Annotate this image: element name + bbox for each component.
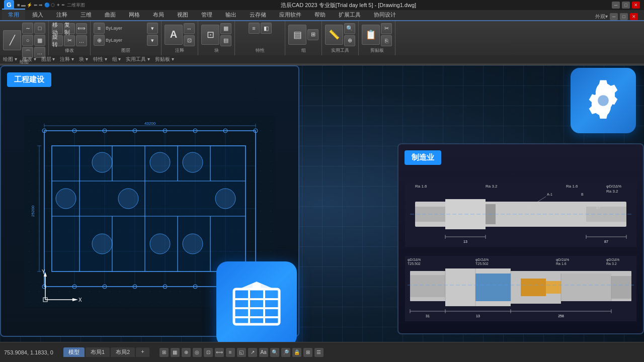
layout2-tab[interactable]: 布局2 — [111, 347, 135, 357]
block-def[interactable]: ▤ — [220, 35, 231, 46]
minimize-button[interactable]: ─ — [612, 2, 620, 9]
modify-group-label: 修改 — [65, 47, 74, 54]
tab-mesh[interactable]: 网格 — [123, 9, 146, 20]
tab-surface[interactable]: 曲面 — [99, 9, 122, 20]
prop-panel[interactable]: ≡ — [249, 23, 260, 34]
more-modify[interactable]: … — [76, 35, 87, 46]
props-icon[interactable]: ⊞ — [303, 348, 312, 357]
lock-icon[interactable]: 🔒 — [292, 348, 301, 357]
panel-close-button[interactable]: ✕ — [630, 13, 638, 20]
tab-output[interactable]: 输出 — [219, 9, 243, 20]
cut-tool[interactable]: ✂ — [381, 23, 392, 34]
tab-insert[interactable]: 插入 — [26, 9, 49, 20]
tab-manage[interactable]: 管理 — [195, 9, 218, 20]
otrack-icon[interactable]: ⟺ — [215, 348, 224, 357]
move-tool[interactable]: 移动 — [52, 23, 63, 34]
rotate-tool[interactable]: 旋转 — [52, 35, 63, 46]
rb-draw[interactable]: 绘图 — [3, 56, 17, 63]
panel-max-button[interactable]: □ — [620, 13, 628, 20]
engineering-badge: 工程建设 — [7, 72, 51, 87]
svg-text:Ra 3.2: Ra 3.2 — [606, 189, 618, 194]
layer-dropdown[interactable]: ▾ — [147, 23, 158, 34]
svg-text:B: B — [581, 193, 584, 196]
rb-layer[interactable]: 图层 — [41, 56, 55, 63]
rb-props[interactable]: 特性 — [93, 56, 107, 63]
window-title: 浩辰CAD 2023 专业版[Trial day left 5] - [Draw… — [281, 2, 416, 9]
circle-tool[interactable]: ○ — [22, 35, 33, 46]
ws-icon[interactable]: 🔍 — [270, 348, 279, 357]
panel-min-button[interactable]: ─ — [610, 13, 618, 20]
zoom-tool[interactable]: 🔍 — [344, 23, 355, 34]
add-layout-tab[interactable]: + — [136, 347, 149, 357]
sel-icon[interactable]: ↗ — [248, 348, 257, 357]
dim-more[interactable]: ⊡ — [184, 35, 195, 46]
rb-clip[interactable]: 剪贴板 — [155, 56, 174, 63]
polyline-tool[interactable]: ∼ — [22, 23, 33, 34]
ribbon-group-annotate: A ↔ ⊡ 注释 — [162, 21, 198, 55]
tab-view[interactable]: 视图 — [171, 9, 194, 20]
qr-code[interactable]: ▦ — [220, 23, 231, 34]
svg-point-45 — [118, 189, 138, 209]
transparency-icon[interactable]: ◱ — [237, 348, 246, 357]
snap-icon[interactable]: ⊞ — [159, 348, 169, 357]
group-icons: ▤ ⊞ — [288, 23, 318, 46]
dim-tool[interactable]: ↔ — [184, 23, 195, 34]
clean-icon[interactable]: ☰ — [314, 348, 324, 357]
util-more[interactable]: ⊕ — [344, 35, 355, 46]
layer-panel[interactable]: ≡ — [94, 23, 105, 34]
close-button[interactable]: ✕ — [632, 2, 640, 9]
tab-help[interactable]: 帮助 — [308, 9, 332, 20]
tab-collab[interactable]: 协同设计 — [368, 9, 402, 20]
layer-color-dropdown[interactable]: ▾ — [147, 35, 158, 46]
tab-common[interactable]: 常用 — [2, 9, 25, 20]
tab-extend[interactable]: 扩展工具 — [333, 9, 367, 20]
copy-tool[interactable]: 复制 — [64, 23, 75, 34]
tab-annotate[interactable]: 注释 — [50, 9, 73, 20]
prop-match[interactable]: ◧ — [261, 23, 272, 34]
svg-point-119 — [598, 95, 609, 106]
ribbon-group-clipboard: 📋 ✂ ⎘ 剪贴板 — [359, 21, 395, 55]
paste-tool[interactable]: 📋 — [362, 25, 380, 45]
anno-icon[interactable]: Aa — [259, 348, 268, 357]
ribbon-group-properties: ≡ ◧ 特性 — [235, 21, 285, 55]
ribbon-tab-bar: 常用 插入 注释 三维 曲面 网格 布局 视图 管理 输出 云存储 应用软件 帮… — [0, 10, 644, 21]
tab-3d[interactable]: 三维 — [74, 9, 98, 20]
maximize-button[interactable]: □ — [622, 2, 630, 9]
mirror-tool[interactable]: ⟺ — [76, 23, 87, 34]
model-tab[interactable]: 模型 — [63, 347, 85, 357]
tab-cloud[interactable]: 云存储 — [244, 9, 272, 20]
zoom-icon[interactable]: 🔎 — [281, 348, 290, 357]
rb-annotate[interactable]: 注释 — [60, 56, 74, 63]
annotate-icons: A ↔ ⊡ — [165, 23, 195, 46]
trim-tool[interactable]: ✂ — [64, 35, 75, 46]
building-icon-container[interactable] — [216, 261, 297, 342]
block-icons: ⊡ ▦ ▤ — [201, 23, 231, 46]
grid-icon[interactable]: ▦ — [171, 348, 180, 357]
rb-group[interactable]: 组 — [112, 56, 121, 63]
layer-icons: ≡ ByLayer ▾ ⊕ ByLayer ▾ — [94, 23, 158, 46]
text-tool[interactable]: A — [165, 25, 183, 45]
block-group-label: 块 — [214, 47, 219, 54]
gear-icon-container[interactable] — [571, 68, 636, 133]
line-tool[interactable]: ╱ — [3, 30, 21, 50]
hatch-tool[interactable]: ▦ — [34, 35, 45, 46]
svg-text:31: 31 — [426, 314, 430, 318]
polar-icon[interactable]: ◎ — [193, 348, 202, 357]
ortho-icon[interactable]: ⊕ — [182, 348, 191, 357]
lwt-icon[interactable]: ≡ — [226, 348, 235, 357]
rb-block[interactable]: 块 — [79, 56, 88, 63]
rb-util[interactable]: 实用工具 — [126, 56, 150, 63]
layer-match[interactable]: ⊕ — [94, 35, 105, 46]
svg-text:X: X — [78, 297, 82, 303]
group-tool[interactable]: ▤ — [288, 25, 306, 45]
insert-block[interactable]: ⊡ — [201, 25, 219, 45]
measure-tool[interactable]: 📏 — [325, 25, 343, 45]
layout1-tab[interactable]: 布局1 — [86, 347, 110, 357]
rb-modify[interactable]: 修改 — [22, 56, 36, 63]
osnap-icon[interactable]: ⊡ — [204, 348, 213, 357]
tab-layout[interactable]: 布局 — [147, 9, 170, 20]
copy-clip-tool[interactable]: ⎘ — [381, 35, 392, 46]
tab-apps[interactable]: 应用软件 — [273, 9, 307, 20]
rect-tool[interactable]: □ — [34, 23, 45, 34]
ungroup-tool[interactable]: ⊞ — [307, 29, 318, 40]
